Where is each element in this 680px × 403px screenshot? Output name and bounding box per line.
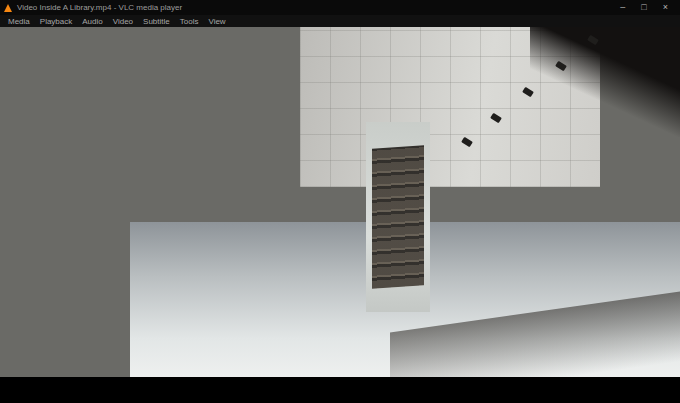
menu-subtitle[interactable]: Subtitle [138,17,175,26]
menu-video[interactable]: Video [108,17,138,26]
menu-audio[interactable]: Audio [77,17,107,26]
menu-view[interactable]: View [203,17,230,26]
video-canvas[interactable] [0,27,680,377]
close-button[interactable]: × [663,3,668,12]
menu-tools[interactable]: Tools [175,17,204,26]
maximize-button[interactable]: □ [641,3,646,12]
eq-band-label: 14 KHz0.0 dB [0,398,680,403]
vlc-cone-icon [4,4,12,12]
vlc-window: Video Inside A Library.mp4 - VLC media p… [0,0,680,403]
ceiling-dark-corner [530,27,680,137]
window-titlebar: Video Inside A Library.mp4 - VLC media p… [0,0,680,15]
menu-media[interactable]: Media [3,17,35,26]
mid-bookshelves [392,113,428,317]
window-title: Video Inside A Library.mp4 - VLC media p… [17,3,182,12]
menu-bar: Media Playback Audio Video Subtitle Tool… [0,15,680,27]
menu-playback[interactable]: Playback [35,17,77,26]
minimize-button[interactable]: – [620,3,625,12]
